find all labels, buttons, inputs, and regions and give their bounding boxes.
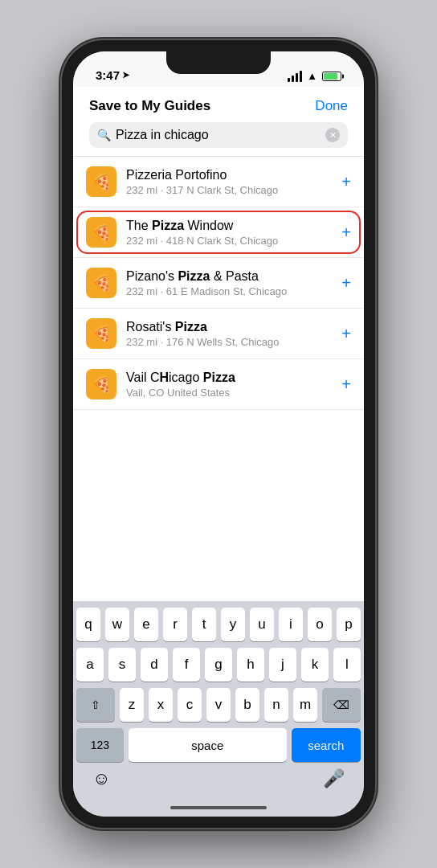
key-o[interactable]: o	[308, 608, 332, 641]
add-to-guide-button[interactable]: +	[335, 223, 351, 242]
key-l[interactable]: l	[333, 648, 361, 682]
result-name: Pizano's Pizza & Pasta	[126, 268, 335, 285]
key-a[interactable]: a	[76, 648, 104, 682]
key-p[interactable]: p	[337, 608, 361, 641]
home-indicator	[73, 799, 364, 817]
key-u[interactable]: u	[250, 608, 274, 641]
search-bar[interactable]: 🔍 Pizza in chicago ✕	[89, 122, 348, 148]
result-detail: 232 mi · 317 N Clark St, Chicago	[126, 184, 335, 196]
space-key[interactable]: space	[129, 728, 287, 762]
key-g[interactable]: g	[205, 648, 232, 682]
time-display: 3:47	[96, 68, 120, 82]
pizza-location-icon: 🍕	[86, 268, 116, 298]
key-h[interactable]: h	[237, 648, 264, 682]
status-right: ▲	[288, 70, 341, 82]
key-m[interactable]: m	[293, 688, 317, 722]
search-clear-button[interactable]: ✕	[325, 128, 340, 142]
result-item[interactable]: 🍕The Pizza Window232 mi · 418 N Clark St…	[73, 207, 364, 258]
backspace-key[interactable]: ⌫	[322, 688, 361, 722]
search-button[interactable]: search	[292, 728, 361, 762]
key-k[interactable]: k	[301, 648, 329, 682]
key-z[interactable]: z	[120, 688, 144, 722]
keyboard-row-2: asdfghjkl	[76, 648, 361, 682]
done-button[interactable]: Done	[315, 98, 348, 114]
key-b[interactable]: b	[235, 688, 259, 722]
location-arrow-icon: ➤	[122, 70, 129, 80]
result-item[interactable]: 🍕Pizano's Pizza & Pasta232 mi · 61 E Mad…	[73, 258, 364, 309]
key-f[interactable]: f	[173, 648, 200, 682]
result-name: The Pizza Window	[126, 218, 335, 235]
status-time: 3:47 ➤	[96, 68, 129, 82]
emoji-key[interactable]: ☺	[92, 768, 110, 789]
result-name: Rosati's Pizza	[126, 319, 335, 336]
key-r[interactable]: r	[163, 608, 187, 641]
key-t[interactable]: t	[192, 608, 216, 641]
key-j[interactable]: j	[269, 648, 296, 682]
result-name: Vail CHicago Pizza	[126, 370, 335, 387]
header: Save to My Guides Done 🔍 Pizza in chicag…	[73, 87, 364, 157]
signal-bars-icon	[288, 71, 302, 82]
pizza-location-icon: 🍕	[86, 369, 116, 399]
search-magnifier-icon: 🔍	[97, 129, 111, 141]
keyboard-row-3: ⇧ zxcvbnm ⌫	[76, 688, 361, 722]
key-e[interactable]: e	[134, 608, 158, 641]
key-x[interactable]: x	[149, 688, 173, 722]
result-detail: 232 mi · 61 E Madison St, Chicago	[126, 285, 335, 297]
wifi-icon: ▲	[307, 70, 317, 82]
result-item[interactable]: 🍕Vail CHicago PizzaVail, CO United State…	[73, 359, 364, 410]
keyboard: qwertyuiop asdfghjkl ⇧ zxcvbnm ⌫ 123 spa…	[73, 601, 364, 799]
result-detail: Vail, CO United States	[126, 387, 335, 399]
content-area: Save to My Guides Done 🔍 Pizza in chicag…	[73, 87, 364, 601]
numbers-key[interactable]: 123	[76, 728, 124, 762]
key-c[interactable]: c	[178, 688, 202, 722]
add-to-guide-button[interactable]: +	[335, 325, 351, 343]
battery-icon	[322, 72, 341, 81]
result-item[interactable]: 🍕Rosati's Pizza232 mi · 176 N Wells St, …	[73, 309, 364, 359]
add-to-guide-button[interactable]: +	[335, 274, 351, 293]
home-bar	[170, 806, 267, 809]
search-input[interactable]: Pizza in chicago	[116, 128, 321, 142]
battery-fill	[324, 73, 337, 80]
key-w[interactable]: w	[105, 608, 129, 641]
results-list: 🍕Pizzeria Portofino232 mi · 317 N Clark …	[73, 157, 364, 601]
keyboard-bottom-row: 123 space search	[76, 728, 361, 762]
phone-screen: 3:47 ➤ ▲ Save to My Gui	[73, 51, 364, 817]
key-q[interactable]: q	[76, 608, 100, 641]
pizza-location-icon: 🍕	[86, 166, 116, 197]
phone-shell: 3:47 ➤ ▲ Save to My Gui	[62, 40, 375, 828]
result-detail: 232 mi · 176 N Wells St, Chicago	[126, 336, 335, 348]
add-to-guide-button[interactable]: +	[335, 375, 351, 394]
shift-key[interactable]: ⇧	[76, 688, 115, 722]
key-s[interactable]: s	[108, 648, 136, 682]
result-detail: 232 mi · 418 N Clark St, Chicago	[126, 235, 335, 247]
result-name: Pizzeria Portofino	[126, 167, 335, 184]
header-row: Save to My Guides Done	[89, 98, 348, 114]
pizza-location-icon: 🍕	[86, 318, 116, 349]
key-n[interactable]: n	[264, 688, 288, 722]
key-d[interactable]: d	[141, 648, 168, 682]
keyboard-bottom-bar: ☺ 🎤	[76, 765, 361, 796]
microphone-key[interactable]: 🎤	[323, 768, 345, 789]
key-v[interactable]: v	[206, 688, 231, 722]
key-i[interactable]: i	[279, 608, 303, 641]
notch	[166, 51, 271, 74]
result-item[interactable]: 🍕Pizzeria Portofino232 mi · 317 N Clark …	[73, 157, 364, 207]
keyboard-row-1: qwertyuiop	[76, 608, 361, 641]
add-to-guide-button[interactable]: +	[335, 173, 351, 191]
sheet-title: Save to My Guides	[89, 98, 210, 114]
pizza-location-icon: 🍕	[86, 217, 116, 248]
key-y[interactable]: y	[221, 608, 245, 641]
